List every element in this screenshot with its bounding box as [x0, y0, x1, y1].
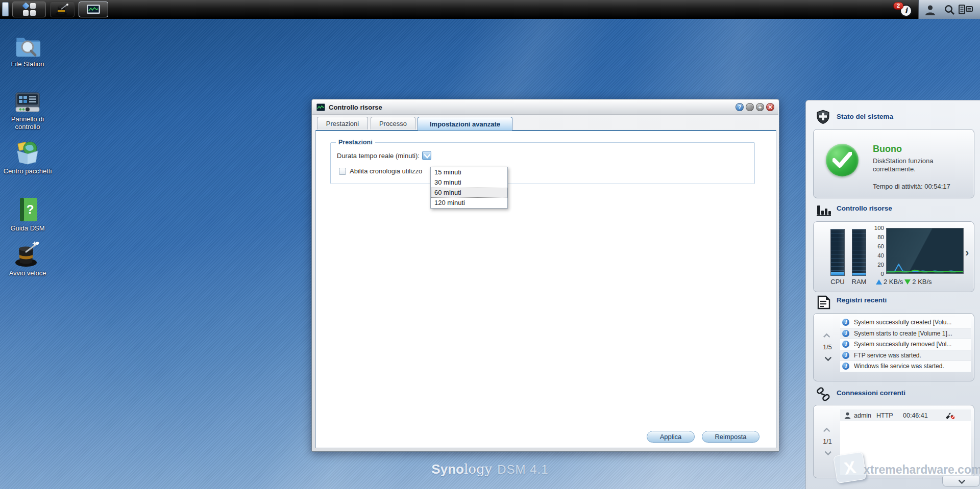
network-rates: 2 KB/s 2 KB/s	[876, 278, 932, 286]
connection-protocol: HTTP	[876, 412, 903, 419]
apply-button[interactable]: Applica	[647, 431, 695, 443]
connections-header: Connessioni correnti	[806, 387, 980, 402]
search-icon[interactable]	[944, 4, 955, 16]
connections-page-up-icon[interactable]	[823, 427, 830, 434]
system-health-header: Stato del sistema	[806, 111, 980, 126]
reset-button[interactable]: Reimposta	[702, 431, 760, 443]
dropdown-option-30[interactable]: 30 minuti	[431, 177, 507, 188]
recent-logs-title: Registri recenti	[837, 296, 887, 304]
logo-dsm-version: DSM 4.1	[497, 462, 548, 476]
desktop-icon-control-panel[interactable]: Pannello di controllo	[3, 87, 52, 131]
desktop-icon-label: Avvio veloce	[3, 269, 52, 277]
enable-usage-history-checkbox[interactable]	[339, 168, 346, 175]
desktop-icon-quick-start[interactable]: Avvio veloce	[3, 241, 52, 277]
window-help-button[interactable]: ?	[736, 103, 744, 111]
ram-gauge	[852, 229, 866, 276]
dropdown-option-15[interactable]: 15 minuti	[431, 167, 507, 177]
connections-page-down-icon[interactable]	[824, 449, 831, 456]
log-row: i System successfully removed [Vol...	[840, 339, 971, 350]
cpu-gauge	[830, 229, 845, 276]
logs-page-indicator: 1/5	[823, 344, 831, 351]
widgets-panel-icon[interactable]	[959, 5, 973, 15]
connections-list: admin HTTP 00:46:41	[840, 409, 971, 475]
connections-page-indicator: 1/1	[823, 438, 831, 445]
package-center-icon	[14, 140, 41, 165]
cpu-label: CPU	[829, 278, 846, 286]
info-icon: i	[842, 330, 849, 337]
dropdown-option-60[interactable]: 60 minuti	[431, 188, 507, 198]
main-menu-icon	[22, 3, 36, 16]
logo-synology-serif: logy	[464, 461, 492, 477]
usage-history-row: Abilita cronologia utilizzo	[339, 167, 422, 175]
sidebar-collapse-tab[interactable]	[942, 476, 980, 487]
upload-rate: 2 KB/s	[884, 278, 903, 286]
desktop-icon-label: Guida DSM	[3, 224, 52, 232]
desktop-icon-label: Pannello di controllo	[3, 115, 52, 131]
log-list: i System successfully created [Volu... i…	[840, 317, 971, 372]
realtime-duration-row: Durata tempo reale (minuti):	[337, 151, 431, 160]
window-title-icon	[316, 104, 325, 111]
recent-logs-header: Registri recenti	[806, 294, 980, 310]
network-traffic-chart	[886, 228, 964, 274]
connections-pagination: 1/1	[818, 405, 837, 478]
desktop-icon-package-center[interactable]: Centro pacchetti	[3, 139, 52, 175]
tab-prestazioni[interactable]: Prestazioni	[317, 117, 368, 130]
resource-monitor-header: Controllo risorse	[806, 202, 980, 218]
logs-page-down-icon[interactable]	[824, 354, 831, 362]
duration-dropdown-list: 15 minuti 30 minuti 60 minuti 120 minuti	[430, 167, 508, 209]
download-arrow-icon	[904, 279, 911, 285]
recent-logs-panel: 1/5 i System successfully created [Volu.…	[813, 313, 974, 381]
resource-monitor-title: Controllo risorse	[837, 204, 892, 212]
desktop-icon-dsm-help[interactable]: ? Guida DSM	[3, 196, 52, 232]
info-icon: i	[842, 363, 849, 370]
performance-fieldset: Prestazioni Durata tempo reale (minuti):…	[330, 142, 755, 184]
info-icon: i	[842, 319, 849, 326]
shield-icon	[816, 110, 830, 124]
svg-text:?: ?	[27, 202, 34, 216]
chevron-down-icon	[424, 154, 430, 159]
dropdown-option-120[interactable]: 120 minuti	[431, 198, 507, 208]
info-icon: i	[842, 341, 849, 348]
magic-hat-icon	[55, 3, 69, 16]
control-panel-icon	[14, 92, 41, 113]
tab-impostazioni-avanzate[interactable]: Impostazioni avanzate	[418, 117, 512, 131]
open-resource-monitor-chevron[interactable]: ›	[965, 246, 969, 260]
quick-start-icon	[14, 241, 41, 267]
main-menu-button[interactable]	[12, 2, 46, 17]
bar-chart-icon	[816, 204, 831, 217]
enable-usage-history-label: Abilita cronologia utilizzo	[350, 167, 422, 175]
system-health-title: Stato del sistema	[837, 113, 893, 120]
disconnect-icon[interactable]	[945, 411, 955, 420]
realtime-duration-label: Durata tempo reale (minuti):	[337, 152, 420, 160]
logo-synology-bold: Syno	[431, 461, 464, 477]
connections-title: Connessioni correnti	[837, 389, 905, 397]
taskbar: 2 i	[0, 0, 980, 19]
desktop-icon-file-station[interactable]: File Station	[3, 32, 52, 68]
logs-page-up-icon[interactable]	[823, 333, 830, 340]
user-menu-icon[interactable]	[924, 4, 936, 16]
quick-start-taskbar-button[interactable]	[50, 2, 75, 17]
window-titlebar[interactable]: Controllo risorse ? + ✕	[312, 100, 778, 115]
resource-monitor-taskbar-button[interactable]	[79, 2, 108, 17]
window-maximize-button[interactable]: +	[756, 103, 764, 111]
log-row: i System successfully created [Volu...	[840, 317, 971, 328]
desktop-icon-label: Centro pacchetti	[3, 167, 52, 175]
status-ok-icon	[826, 144, 859, 176]
system-health-panel: Buono DiskStation funziona correttamente…	[813, 129, 974, 198]
dsm-help-icon: ?	[16, 198, 39, 222]
duration-select-trigger[interactable]	[422, 151, 431, 160]
window-minimize-button[interactable]	[746, 103, 754, 111]
document-icon	[817, 295, 830, 310]
desktop: 2 i	[0, 0, 980, 489]
tab-processo[interactable]: Processo	[371, 117, 415, 130]
window-close-button[interactable]: ✕	[766, 103, 774, 111]
show-desktop-handle[interactable]	[2, 2, 9, 16]
connection-time: 00:46:41	[903, 412, 939, 419]
network-chart-lines	[887, 228, 963, 273]
info-icon: i	[842, 352, 849, 359]
fieldset-legend: Prestazioni	[336, 139, 375, 146]
file-station-icon	[14, 34, 41, 58]
health-status-text: Buono	[873, 144, 902, 155]
chart-y-axis: 100 80 60 40 20 0	[867, 225, 884, 277]
upload-arrow-icon	[876, 279, 882, 285]
